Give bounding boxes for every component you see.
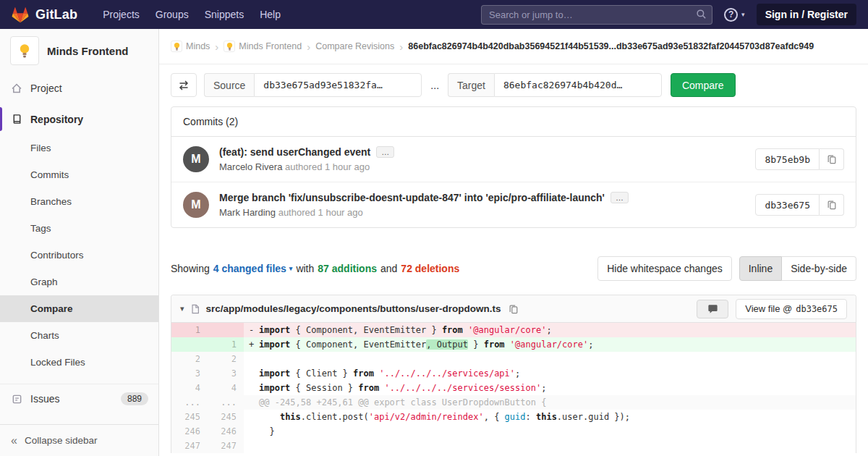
diff-header-actions: View file @ db33e675 — [697, 299, 847, 319]
commit-info: (feat): send userChanged event…Marcelo R… — [219, 146, 394, 172]
sidebar-item-repository[interactable]: Repository — [0, 104, 158, 135]
code-token: ; — [515, 368, 520, 379]
help-menu[interactable]: ? ▾ — [724, 8, 745, 22]
gitlab-home-link[interactable]: GitLab — [12, 7, 77, 23]
diff-line-context: 44import { Session } from '../../../../s… — [171, 381, 856, 395]
chevron-down-icon: ▾ — [289, 265, 293, 272]
diff-file-path[interactable]: src/app/modules/legacy/components/button… — [206, 303, 501, 314]
new-line-number[interactable]: 1 — [208, 337, 244, 352]
old-line-number[interactable]: 2 — [171, 352, 208, 366]
breadcrumb-links: Minds›Minds Frontend›Compare Revisions› — [171, 41, 408, 52]
code-token: this — [536, 412, 557, 422]
sidebar-item-tags[interactable]: Tags — [0, 215, 158, 242]
swap-revisions-button[interactable] — [171, 73, 197, 97]
copy-commit-sha-button[interactable] — [820, 148, 844, 170]
breadcrumb-separator-icon: › — [399, 41, 403, 52]
navbar-link-snippets[interactable]: Snippets — [197, 4, 252, 25]
help-icon: ? — [724, 8, 738, 22]
old-line-number[interactable]: ... — [171, 395, 208, 410]
code-token — [463, 325, 468, 335]
new-line-number[interactable]: 245 — [208, 410, 244, 424]
sign-in-button[interactable]: Sign in / Register — [757, 4, 856, 25]
sidebar-item-issues[interactable]: Issues 889 — [0, 384, 158, 413]
sidebar-item-compare[interactable]: Compare — [0, 295, 158, 322]
new-line-number[interactable] — [208, 323, 244, 337]
lightbulb-icon — [224, 41, 235, 52]
old-line-number[interactable]: 4 — [171, 381, 208, 395]
breadcrumb-link[interactable]: Minds — [171, 41, 210, 52]
user-avatar[interactable]: M — [183, 146, 209, 172]
old-line-number[interactable]: 246 — [171, 424, 208, 439]
collapse-sidebar-button[interactable]: « Collapse sidebar — [0, 424, 158, 456]
commit-title-link[interactable]: (feat): send userChanged event — [219, 146, 370, 158]
new-line-number[interactable]: 2 — [208, 352, 244, 366]
lightbulb-icon — [171, 41, 182, 52]
view-file-button[interactable]: View file @ db33e675 — [736, 299, 847, 319]
copy-commit-sha-button[interactable] — [820, 194, 844, 216]
new-line-number[interactable]: 247 — [208, 439, 244, 453]
commit-toggle-description-button[interactable]: … — [376, 146, 394, 158]
sidebar-item-charts[interactable]: Charts — [0, 322, 158, 349]
changed-files-dropdown[interactable]: 4 changed files ▾ — [213, 263, 293, 274]
sidebar-item-project[interactable]: Project — [0, 72, 158, 104]
commit-sha-link[interactable]: db33e675 — [755, 194, 820, 216]
code-token — [259, 412, 280, 422]
commit-title-line: Merge branch 'fix/unsubscribe-doesnt-upd… — [219, 192, 629, 203]
breadcrumb-link[interactable]: Minds Frontend — [224, 41, 302, 52]
toggle-comments-button[interactable] — [697, 300, 728, 318]
navbar-link-groups[interactable]: Groups — [148, 4, 197, 25]
collapse-diff-icon[interactable]: ▾ — [180, 304, 184, 313]
side-by-side-view-button[interactable]: Side-by-side — [782, 256, 856, 281]
sidebar-item-commits[interactable]: Commits — [0, 161, 158, 188]
breadcrumb-link[interactable]: Compare Revisions — [315, 41, 394, 51]
sidebar-item-graph[interactable]: Graph — [0, 269, 158, 295]
commit-toggle-description-button[interactable]: … — [610, 192, 629, 203]
source-ref-dropdown[interactable]: db33e675ad93e51832fa… — [254, 73, 422, 97]
sidebar-item-locked-files[interactable]: Locked Files — [0, 349, 158, 376]
collapse-sidebar-label: Collapse sidebar — [25, 435, 98, 446]
new-line-number[interactable]: 246 — [208, 424, 244, 439]
old-line-number[interactable] — [171, 337, 208, 352]
project-context-header[interactable]: Minds Frontend — [0, 29, 158, 72]
commit-meta: Marcelo Rivera authored 1 hour ago — [219, 161, 394, 172]
old-line-number[interactable]: 3 — [171, 366, 208, 381]
navbar-right: ? ▾ Sign in / Register — [481, 4, 856, 25]
inline-view-button[interactable]: Inline — [739, 256, 782, 281]
new-line-number[interactable]: ... — [208, 395, 244, 410]
new-line-number[interactable]: 3 — [208, 366, 244, 381]
commits-panel-title: Commits (2) — [171, 107, 856, 137]
sidebar-item-branches[interactable]: Branches — [0, 188, 158, 215]
diff-line-context: 246246 } — [171, 424, 856, 439]
and-label: and — [380, 263, 397, 274]
commit-author-link[interactable]: Mark Harding — [219, 207, 276, 218]
sidebar-item-files[interactable]: Files — [0, 135, 158, 161]
commit-author-link[interactable]: Marcelo Rivera — [219, 161, 282, 172]
copy-file-path-button[interactable] — [507, 303, 520, 316]
sidebar-item-contributors[interactable]: Contributors — [0, 242, 158, 269]
old-line-number[interactable]: 1 — [171, 323, 208, 337]
double-chevron-left-icon: « — [11, 435, 17, 447]
sidebar-item-label: Project — [30, 83, 62, 94]
additions-count: 87 additions — [318, 263, 377, 274]
hide-whitespace-button[interactable]: Hide whitespace changes — [597, 256, 732, 281]
commit-title-link[interactable]: Merge branch 'fix/unsubscribe-doesnt-upd… — [219, 192, 605, 203]
target-ref-dropdown[interactable]: 86ebfac826974b4b420d… — [494, 73, 662, 97]
diff-line-match: ......@@ -245,58 +245,61 @@ export class… — [171, 395, 856, 410]
compare-button[interactable]: Compare — [671, 73, 736, 97]
view-file-sha: db33e675 — [796, 304, 838, 314]
changed-files-label: 4 changed files — [213, 263, 286, 274]
new-line-number[interactable]: 4 — [208, 381, 244, 395]
old-line-number[interactable]: 245 — [171, 410, 208, 424]
diff-line-code: import { Client } from '../../../../serv… — [244, 366, 856, 381]
code-token: .user.guid }); — [557, 412, 630, 422]
navbar-link-help[interactable]: Help — [252, 4, 289, 25]
top-navbar: GitLab ProjectsGroupsSnippetsHelp ? ▾ Si… — [0, 0, 868, 29]
code-token: { Client } — [290, 368, 353, 379]
diff-line-prefix: - — [249, 323, 259, 337]
navbar-link-projects[interactable]: Projects — [95, 4, 148, 25]
search-input[interactable] — [481, 5, 712, 25]
commit-sha-link[interactable]: 8b75eb9b — [755, 148, 820, 170]
user-avatar[interactable]: M — [183, 192, 209, 218]
code-token — [505, 339, 510, 350]
old-line-number[interactable]: 247 — [171, 439, 208, 453]
